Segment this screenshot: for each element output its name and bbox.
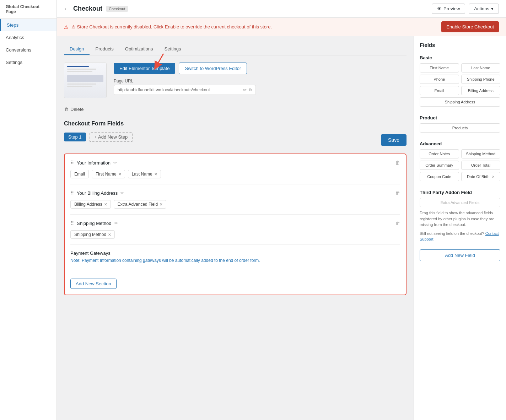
- remove-firstname-icon[interactable]: ✕: [118, 172, 121, 176]
- delete-shipping-button[interactable]: 🗑: [395, 220, 400, 226]
- field-btn-order-notes[interactable]: Order Notes: [420, 149, 459, 158]
- header-left: ← Checkout Checkout: [64, 5, 128, 12]
- field-tag-lastname[interactable]: Last Name ✕: [128, 170, 161, 178]
- page-title: Checkout: [73, 5, 102, 12]
- fields-container: ⠿ Your Information ✏ 🗑 Email: [64, 154, 407, 295]
- delete-section-button[interactable]: 🗑: [395, 160, 400, 166]
- drag-handle-icon[interactable]: ⠿: [70, 160, 74, 166]
- advanced-fields-grid: Order Notes Shipping Method Order Summar…: [420, 149, 500, 181]
- page-url-value: http://nahidfunnelkittwo.local/checkouts…: [118, 87, 241, 92]
- sidebar-item-analytics[interactable]: Analytics: [0, 31, 56, 44]
- third-party-group-title: Third Party Addon Field: [420, 190, 500, 195]
- delete-link[interactable]: 🗑 Delete: [64, 107, 407, 112]
- field-btn-order-summary[interactable]: Order Summary: [420, 161, 459, 170]
- billing-fields: Billing Address ✕ Extra Advanced Field ✕: [70, 200, 400, 209]
- save-button[interactable]: Save: [381, 134, 407, 146]
- tab-optimizations[interactable]: Optimizations: [119, 43, 159, 55]
- tabs: Design Products Optimizations Settings: [64, 43, 407, 55]
- third-party-field-placeholder[interactable]: Extra Advanced Fields: [420, 198, 500, 207]
- sidebar-item-steps[interactable]: Steps: [0, 19, 56, 31]
- tab-design[interactable]: Design: [64, 43, 90, 55]
- edit-shipping-icon[interactable]: ✏: [114, 221, 118, 226]
- sidebar: Global Checkout Page Steps Analytics Con…: [0, 0, 57, 420]
- sidebar-item-conversions[interactable]: Conversions: [0, 44, 56, 56]
- main-content: Design Products Optimizations Settings: [57, 36, 414, 420]
- copy-url-icon[interactable]: ⧉: [249, 87, 252, 92]
- remove-dob-icon[interactable]: ✕: [492, 175, 495, 179]
- actions-button[interactable]: Actions ▾: [469, 4, 499, 14]
- remove-shipping-method-icon[interactable]: ✕: [108, 233, 111, 237]
- edit-url-icon[interactable]: ✏: [243, 87, 247, 92]
- third-party-group: Third Party Addon Field Extra Advanced F…: [420, 190, 500, 245]
- section-name-billing: Your Billing Address: [77, 190, 118, 196]
- form-fields-title: Checkout Form Fields: [64, 120, 407, 127]
- advanced-group-title: Advanced: [420, 141, 500, 146]
- page-badge: Checkout: [106, 6, 128, 12]
- edit-billing-icon[interactable]: ✏: [120, 190, 124, 195]
- sidebar-header: Global Checkout Page: [0, 0, 56, 19]
- remove-extra-advanced-icon[interactable]: ✕: [160, 203, 162, 206]
- payment-gateways-title: Payment Gateways: [70, 251, 400, 256]
- right-panel: Fields Basic First Name Last Name Phone …: [414, 36, 506, 420]
- field-btn-date-of-birth[interactable]: Date Of Birth ✕: [461, 172, 501, 181]
- field-tag-email[interactable]: Email: [70, 170, 89, 178]
- sidebar-item-settings[interactable]: Settings: [0, 56, 56, 69]
- edit-elementor-button[interactable]: Edit Elementor Template: [114, 63, 175, 74]
- field-btn-shipping-address[interactable]: Shipping Address: [420, 97, 500, 107]
- alert-text: ⚠ ⚠ Store Checkout is currently disabled…: [64, 24, 272, 30]
- shipping-fields: Shipping Method ✕: [70, 230, 400, 239]
- switch-wordpress-button[interactable]: Switch to WordPress Editor: [179, 63, 247, 74]
- basic-group-title: Basic: [420, 55, 500, 60]
- remove-lastname-icon[interactable]: ✕: [154, 172, 157, 176]
- payment-gateways-block: Payment Gateways Note: Payment Informati…: [70, 251, 400, 269]
- product-group: Product Products: [420, 115, 500, 137]
- steps-save-row: Step 1 + Add New Step Save: [64, 132, 407, 148]
- add-new-section-button[interactable]: Add New Section: [70, 279, 117, 289]
- field-tag-firstname[interactable]: First Name ✕: [92, 170, 125, 178]
- steps-row: Step 1 + Add New Step: [64, 132, 133, 142]
- warning-icon: ⚠: [64, 24, 69, 30]
- information-fields: Email First Name ✕ Last Name ✕: [70, 170, 400, 178]
- basic-fields-grid: First Name Last Name Phone Shipping Phon…: [420, 63, 500, 107]
- field-btn-shipping-phone[interactable]: Shipping Phone: [461, 75, 501, 84]
- tab-products[interactable]: Products: [90, 43, 119, 55]
- third-party-support-text: Still not seeing field on the checkout? …: [420, 231, 500, 242]
- basic-group: Basic First Name Last Name Phone Shippin…: [420, 55, 500, 111]
- field-btn-shipping-method[interactable]: Shipping Method: [461, 149, 501, 158]
- field-btn-coupon-code[interactable]: Coupon Code: [420, 172, 459, 181]
- section-name-shipping: Shipping Method: [77, 221, 112, 226]
- remove-billing-address-icon[interactable]: ✕: [104, 203, 107, 206]
- your-information-section: ⠿ Your Information ✏ 🗑 Email: [70, 160, 400, 184]
- trash-icon: 🗑: [64, 107, 69, 112]
- field-btn-email[interactable]: Email: [420, 86, 459, 95]
- field-tag-billing-address[interactable]: Billing Address ✕: [70, 200, 111, 209]
- payment-note: Note: Payment Information containing gat…: [70, 258, 400, 263]
- back-button[interactable]: ←: [64, 6, 70, 12]
- field-tag-extra-advanced[interactable]: Extra Advanced Field ✕: [114, 200, 166, 209]
- alert-bar: ⚠ ⚠ Store Checkout is currently disabled…: [57, 18, 506, 36]
- eye-icon: 👁: [437, 6, 442, 11]
- delete-billing-button[interactable]: 🗑: [395, 190, 400, 196]
- field-btn-firstname[interactable]: First Name: [420, 63, 459, 72]
- editor-buttons: Edit Elementor Template Switch to WordPr…: [114, 63, 256, 74]
- header-right: 👁 Preview Actions ▾: [432, 4, 499, 14]
- field-btn-order-total[interactable]: Order Total: [461, 161, 501, 170]
- add-new-field-button[interactable]: Add New Field: [420, 249, 500, 261]
- drag-handle-icon[interactable]: ⠿: [70, 190, 74, 196]
- step-1-badge[interactable]: Step 1: [64, 133, 86, 141]
- edit-section-icon[interactable]: ✏: [113, 160, 117, 165]
- section-name-information: Your Information: [77, 160, 111, 166]
- field-tag-shipping-method[interactable]: Shipping Method ✕: [70, 230, 115, 239]
- enable-store-checkout-button[interactable]: Enable Store Checkout: [441, 21, 499, 32]
- field-btn-phone[interactable]: Phone: [420, 75, 459, 84]
- product-fields-grid: Products: [420, 123, 500, 133]
- add-new-step-button[interactable]: + Add New Step: [90, 132, 133, 142]
- field-btn-lastname[interactable]: Last Name: [461, 63, 501, 72]
- field-btn-products[interactable]: Products: [420, 123, 500, 133]
- field-btn-billing-address[interactable]: Billing Address: [461, 86, 501, 95]
- preview-button[interactable]: 👁 Preview: [432, 4, 465, 14]
- tab-settings[interactable]: Settings: [159, 43, 187, 55]
- chevron-down-icon: ▾: [491, 6, 494, 11]
- page-url-field: http://nahidfunnelkittwo.local/checkouts…: [114, 85, 256, 95]
- drag-handle-shipping-icon[interactable]: ⠿: [70, 220, 74, 226]
